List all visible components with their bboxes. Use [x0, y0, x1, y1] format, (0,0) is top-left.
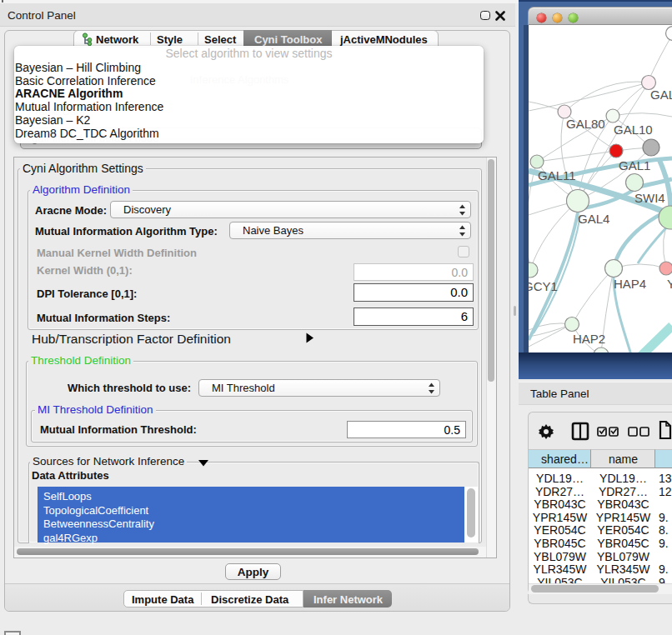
svg-text:GAL4: GAL4: [578, 212, 609, 226]
svg-text:SWI4: SWI4: [634, 191, 665, 205]
svg-text:GAL7: GAL7: [650, 88, 672, 102]
svg-text:GAL10: GAL10: [614, 122, 653, 137]
svg-text:GAL80: GAL80: [566, 117, 605, 131]
svg-text:GAL1: GAL1: [619, 158, 650, 172]
svg-text:HAP2: HAP2: [573, 332, 605, 346]
svg-text:HAP4: HAP4: [614, 277, 646, 291]
svg-text:GAL11: GAL11: [538, 168, 576, 182]
svg-text:GCY1: GCY1: [529, 279, 558, 293]
svg-text:YMR0: YMR0: [667, 277, 672, 291]
